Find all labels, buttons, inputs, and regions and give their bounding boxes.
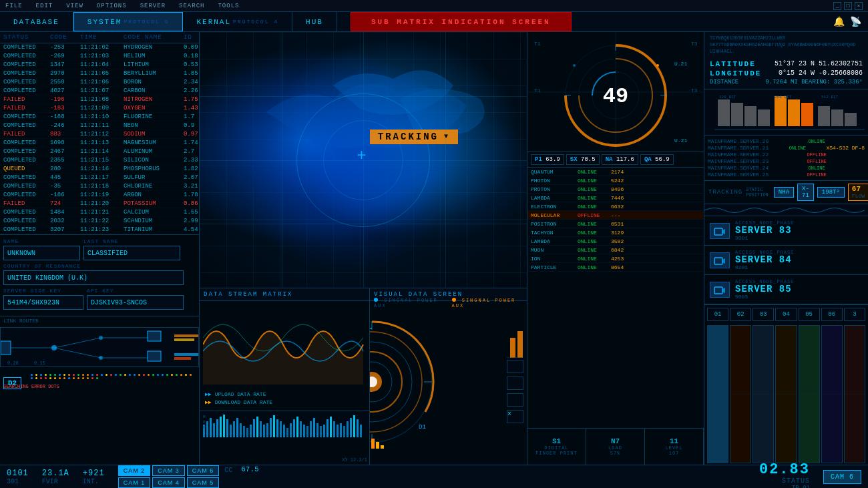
table-row[interactable]: COMPLETED 2970 11:21:05 BERYLLIUM 1.85 — [0, 69, 199, 78]
menu-options[interactable]: OPTIONS — [97, 3, 127, 9]
panel-btn-02[interactable]: 02 — [730, 308, 751, 321]
close-button[interactable]: × — [855, 2, 863, 10]
panel-btn-06[interactable]: 06 — [821, 308, 843, 321]
svg-text:128 BIT: 128 BIT — [719, 95, 736, 99]
vis-btn-2[interactable] — [507, 377, 523, 390]
cam6-button[interactable]: CAM 6 — [187, 465, 220, 476]
cell-code: 2970 — [50, 70, 80, 77]
server-node[interactable]: ACCESS_NODE_PHASE SERVER 83 0001 — [704, 216, 868, 246]
table-row[interactable]: COMPLETED 1090 11:21:13 MAGNESIUM 1.74 — [0, 139, 199, 148]
table-row[interactable]: COMPLETED -35 11:21:18 CHLORINE 3.21 — [0, 182, 199, 191]
vis-btn-1[interactable] — [507, 360, 523, 373]
cell-time: 11:21:14 — [80, 148, 124, 155]
table-row[interactable]: COMPLETED 2467 11:21:14 ALUMINUM 2.7 — [0, 148, 199, 156]
vis-btn-3[interactable] — [507, 393, 523, 407]
svg-rect-121 — [818, 106, 830, 126]
table-row[interactable]: COMPLETED -253 11:21:02 HYDROGEN 0.09 — [0, 43, 199, 52]
table-row[interactable]: COMPLETED 3207 11:21:23 TITANIUM 4.54 — [0, 226, 199, 234]
tab-system[interactable]: SYSTEM PROTOCOL 6 — [73, 12, 184, 31]
cam4-button[interactable]: CAM 4 — [152, 477, 185, 488]
panel-row-buttons: 0102030405063 — [704, 304, 868, 324]
table-row[interactable]: FAILED 883 11:21:12 SODIUM 0.97 — [0, 130, 199, 139]
table-row[interactable]: COMPLETED -246 11:21:11 NEON 0.9 — [0, 121, 199, 130]
cam3-button[interactable]: CAM 3 — [152, 465, 185, 476]
cell-id: 3.21 — [184, 183, 199, 190]
signal-value: 3582 — [611, 238, 644, 244]
svg-rect-21 — [210, 418, 212, 437]
table-row[interactable]: FAILED -196 11:21:08 NITROGEN 1.75 — [0, 95, 199, 104]
panel-btn-03[interactable]: 03 — [752, 308, 774, 321]
name-input[interactable] — [3, 246, 80, 260]
menu-search[interactable]: SEARCH — [179, 3, 204, 9]
table-row[interactable]: FAILED 724 11:21:20 POTASSIUM 0.86 — [0, 200, 199, 208]
table-row[interactable]: COMPLETED 2550 11:21:06 BORON 2.34 — [0, 78, 199, 87]
table-row[interactable]: COMPLETED 2032 11:21:22 SCANDIUM 2.99 — [0, 217, 199, 226]
minimize-button[interactable]: _ — [833, 2, 841, 10]
menu-file[interactable]: FILE — [5, 3, 23, 9]
cell-id: 1.85 — [184, 70, 199, 77]
menubar: FILE EDIT VIEW OPTIONS SERVER SEARCH TOO… — [0, 0, 868, 12]
table-row[interactable]: COMPLETED -186 11:21:19 ARGON 1.78 — [0, 191, 199, 200]
country-input[interactable] — [3, 270, 184, 285]
table-row[interactable]: COMPLETED -269 11:21:03 HELIUM 0.18 — [0, 52, 199, 61]
cell-time: 11:21:16 — [80, 166, 124, 172]
srv-id: XS4-S32 DF-8 — [826, 145, 865, 151]
cell-id: 1.7 — [184, 113, 199, 120]
status-val-2: 23.1A FVIR — [42, 469, 69, 485]
table-row[interactable]: COMPLETED 1484 11:21:21 CALCIUM 1.55 — [0, 208, 199, 217]
menu-view[interactable]: VIEW — [66, 3, 83, 9]
svg-rect-36 — [260, 421, 262, 437]
maximize-button[interactable]: □ — [844, 2, 852, 10]
error-dot — [73, 374, 75, 376]
panel-btn-01[interactable]: 01 — [707, 308, 728, 321]
tab-hub[interactable]: HUB — [292, 12, 337, 31]
tracking-static-label: TRACKING — [708, 189, 742, 196]
svg-rect-20 — [206, 421, 208, 437]
menu-tools[interactable]: TOOLS — [218, 3, 239, 9]
signal-status: ONLINE — [578, 178, 611, 184]
table-row[interactable]: FAILED -183 11:21:09 OXYGEN 1.43 — [0, 104, 199, 113]
cam5-button[interactable]: CAM 5 — [187, 477, 220, 488]
cell-code: 2355 — [50, 157, 80, 164]
server-node[interactable]: ACCESS_NODE_PHASE SERVER 84 0201 — [704, 246, 868, 275]
menu-server[interactable]: SERVER — [140, 3, 166, 9]
cell-time: 11:21:02 — [80, 44, 124, 51]
tracking-mode-value[interactable]: NHA — [774, 187, 794, 198]
crosshair-icon: + — [357, 147, 366, 165]
menu-edit[interactable]: EDIT — [36, 3, 53, 9]
server-node[interactable]: ACCESS_NODE_PHASE SERVER 85 0003 — [704, 275, 868, 304]
error-label: SEARCHING ERROR DOTS — [3, 384, 59, 389]
lastname-input[interactable] — [83, 246, 180, 260]
table-row[interactable]: COMPLETED 445 11:21:17 SULFUR 2.07 — [0, 174, 199, 182]
tab-kernal[interactable]: KERNAL PROTOCOL 4 — [183, 12, 292, 31]
vis-btn-4[interactable]: × — [507, 410, 523, 423]
cam1-button[interactable]: CAM 1 — [118, 477, 151, 488]
svg-rect-84 — [376, 442, 379, 449]
panel-btn-05[interactable]: 05 — [799, 308, 820, 321]
panel-btn-04[interactable]: 04 — [775, 308, 797, 321]
table-row[interactable]: COMPLETED -188 11:21:10 FLUORINE 1.7 — [0, 113, 199, 121]
table-row[interactable]: QUEUED 280 11:21:16 PHOSPHORUS 1.82 — [0, 165, 199, 174]
cam2-button[interactable]: CAM 2 — [118, 465, 151, 476]
signal-value: 6632 — [611, 204, 644, 210]
svg-rect-51 — [310, 421, 312, 437]
signal-value: 6531 — [611, 221, 644, 227]
cell-code: -196 — [50, 96, 80, 103]
tab-database[interactable]: DATABASE — [0, 12, 73, 31]
panel-btn-3[interactable]: 3 — [844, 308, 865, 321]
table-row[interactable]: COMPLETED 4027 11:21:07 CARBON 2.26 — [0, 87, 199, 95]
cam6-badge[interactable]: CAM 6 — [823, 470, 861, 484]
cell-status: COMPLETED — [3, 157, 50, 164]
upload-label: UPLOAD DATA RATE — [215, 391, 266, 397]
bell-icon[interactable]: 🔔 — [833, 16, 845, 27]
table-row[interactable]: COMPLETED 1347 11:21:04 LITHIUM 0.53 — [0, 61, 199, 69]
signal-name: MOLECULAR — [531, 212, 578, 218]
cell-status: COMPLETED — [3, 79, 50, 85]
status-val-3: +921 INT. — [83, 469, 105, 485]
signal-value: 8496 — [611, 186, 644, 192]
server-key-input[interactable] — [3, 295, 83, 310]
table-row[interactable]: COMPLETED 2355 11:21:15 SILICON 2.33 — [0, 156, 199, 165]
signal-row: TACHYON ONLINE 3129 — [527, 228, 704, 237]
api-key-input[interactable] — [87, 295, 184, 310]
server-info: ACCESS_NODE_PHASE SERVER 83 0001 — [735, 220, 863, 241]
